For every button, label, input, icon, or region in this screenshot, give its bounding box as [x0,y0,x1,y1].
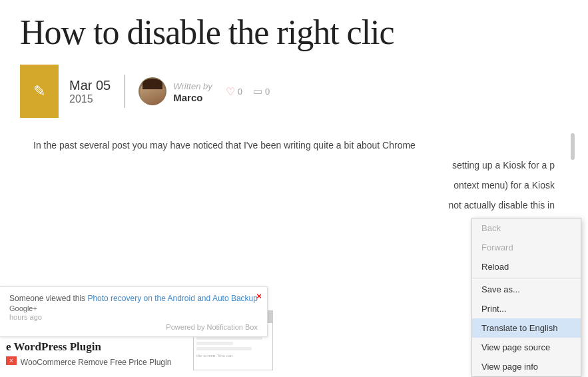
body-line-4b: not actually disable this in [448,198,555,214]
plugin-title: e WordPress Plugin [6,340,214,354]
body-line-1: In the past several post you may have no… [33,140,416,151]
notification-via: Google+ [9,304,258,312]
author-section: Written by Marco [139,77,212,105]
notification-bar: × Someone viewed this Photo recovery on … [0,286,268,337]
notification-close-button[interactable]: × [256,291,262,301]
date-main: Mar 05 [69,78,111,93]
date-text: Mar 05 2015 [69,78,111,105]
blog-title: How to disable the right clic [20,13,568,51]
comments-item: ▭ 0 [253,85,270,97]
author-name: Marco [173,92,212,103]
written-by-label: Written by [173,81,212,91]
plugin-badge: × [6,356,17,365]
notification-time: hours ago [9,313,42,321]
comments-count: 0 [265,87,270,97]
likes-count: 0 [238,87,242,97]
pencil-icon: ✎ [33,83,45,100]
body-line-2b: setting up a Kiosk for a p [452,158,555,174]
body-line-4a [33,198,408,214]
date-year: 2015 [69,93,111,105]
author-info: Written by Marco [173,80,212,103]
social-icons: ♡ 0 ▭ 0 [226,85,270,98]
body-line-3b: ontext menu) for a Kiosk [453,178,555,194]
comment-icon: ▭ [253,85,262,97]
notification-powered: Powered by Notification Box [9,323,258,331]
body-line-3a [33,178,414,194]
meta-divider [124,75,125,108]
body-text: In the past several post you may have no… [20,138,568,213]
context-menu-divider [472,278,581,278]
context-menu-forward[interactable]: Forward [472,238,581,257]
context-menu-back[interactable]: Back [472,218,581,238]
likes-item: ♡ 0 [226,85,242,98]
plugin-box: × e WordPress Plugin × WooCommerce Remov… [3,338,216,370]
avatar [139,77,166,105]
body-line-2a [33,158,412,174]
context-menu-source[interactable]: View page source [472,338,581,357]
post-meta: ✎ Mar 05 2015 Written by Marco [20,65,568,118]
context-menu-reload[interactable]: Reload [472,257,581,276]
context-menu-info[interactable]: View page info [472,357,581,376]
context-menu-print[interactable]: Print... [472,299,581,318]
plugin-sub-label: WooCommerce Remove Free Price Plugin [21,358,172,367]
date-badge: ✎ [20,65,59,118]
context-menu-save[interactable]: Save as... [472,280,581,299]
notification-link[interactable]: Photo recovery on the Android and Auto B… [87,294,258,303]
blog-content: How to disable the right clic ✎ Mar 05 2… [0,0,588,226]
notification-text-prefix: Someone viewed this [9,294,85,303]
context-menu-translate[interactable]: Translate to English [472,318,581,338]
scrollbar[interactable] [571,133,575,160]
heart-icon: ♡ [226,85,235,98]
context-menu: Back Forward Reload Save as... Print... … [471,218,581,377]
